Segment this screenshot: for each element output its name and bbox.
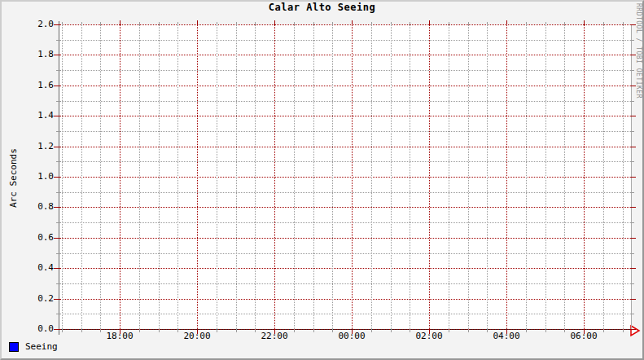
gridline-major-v	[274, 24, 275, 329]
x-minor-tick-top	[236, 22, 237, 24]
x-minor-tick-bottom	[449, 329, 449, 332]
x-minor-tick-top	[391, 22, 392, 24]
x-tick-label: 02:00	[409, 331, 449, 341]
x-minor-tick-bottom	[139, 329, 140, 332]
y-minor-tick-left	[56, 40, 59, 41]
x-minor-tick-bottom	[564, 329, 565, 332]
gridline-minor-v	[603, 24, 604, 329]
x-major-tick-top	[506, 20, 507, 24]
y-major-tick-right	[631, 238, 636, 239]
y-minor-tick-right	[631, 222, 634, 223]
x-minor-tick-top	[217, 22, 217, 24]
gridline-major-v	[197, 24, 198, 329]
x-minor-tick-bottom	[545, 329, 546, 332]
x-minor-tick-bottom	[62, 329, 63, 332]
y-major-tick-left	[54, 207, 59, 208]
y-major-tick-left	[54, 24, 59, 25]
x-minor-tick-top	[603, 22, 604, 24]
y-major-tick-right	[631, 299, 636, 300]
y-minor-tick-left	[56, 131, 59, 132]
y-major-tick-left	[54, 147, 59, 147]
y-minor-tick-right	[631, 283, 634, 284]
gridline-minor-v	[487, 24, 488, 329]
gridline-minor-v	[410, 24, 410, 329]
gridline-major-v	[584, 24, 585, 329]
x-minor-tick-bottom	[177, 329, 178, 332]
gridline-minor-v	[564, 24, 565, 329]
x-minor-tick-bottom	[236, 329, 237, 332]
x-major-tick-top	[120, 20, 120, 24]
y-major-tick-left	[54, 268, 59, 269]
x-minor-tick-top	[468, 22, 469, 24]
y-tick-label: 0.0	[16, 324, 54, 334]
legend-swatch-seeing-icon	[9, 342, 19, 352]
x-minor-tick-bottom	[332, 329, 333, 332]
gridline-minor-v	[332, 24, 333, 329]
x-axis-arrow-icon	[630, 324, 642, 337]
gridline-minor-v	[313, 24, 314, 329]
x-minor-tick-bottom	[391, 329, 392, 332]
x-minor-tick-top	[294, 22, 295, 24]
x-tick-label: 04:00	[486, 331, 527, 341]
x-minor-tick-top	[545, 22, 546, 24]
y-tick-label: 1.8	[16, 50, 54, 59]
gridline-minor-v	[623, 24, 624, 329]
rrdtool-watermark: RRDTOOL / TOBI OETIKER	[635, 3, 642, 99]
x-minor-tick-bottom	[313, 329, 314, 332]
x-minor-tick-top	[332, 22, 333, 24]
gridline-minor-v	[449, 24, 449, 329]
y-minor-tick-right	[631, 131, 634, 132]
y-major-tick-right	[631, 207, 636, 208]
y-major-tick-left	[54, 238, 59, 239]
y-tick-label: 0.6	[16, 233, 54, 243]
y-major-tick-left	[54, 116, 59, 116]
y-minor-tick-right	[631, 314, 634, 314]
y-tick-label: 0.4	[16, 263, 54, 273]
y-major-tick-left	[54, 86, 59, 86]
y-major-tick-right	[631, 147, 636, 147]
gridline-major-v	[429, 24, 430, 329]
x-tick-label: 00:00	[331, 331, 372, 341]
x-tick-label: 06:00	[563, 331, 604, 341]
x-minor-tick-top	[526, 22, 527, 24]
y-tick-label: 1.2	[16, 142, 54, 151]
gridline-minor-v	[177, 24, 178, 329]
y-minor-tick-right	[631, 161, 634, 162]
y-major-tick-left	[54, 329, 59, 330]
x-minor-tick-bottom	[255, 329, 256, 332]
gridline-minor-v	[371, 24, 372, 329]
x-minor-tick-bottom	[81, 329, 82, 332]
y-tick-label: 1.4	[16, 111, 54, 121]
y-minor-tick-left	[56, 222, 59, 223]
y-minor-tick-left	[56, 314, 59, 314]
x-minor-tick-bottom	[623, 329, 624, 332]
y-major-tick-right	[631, 116, 636, 116]
gridline-minor-v	[526, 24, 527, 329]
x-minor-tick-top	[100, 22, 101, 24]
y-minor-tick-right	[631, 101, 634, 102]
chart-title: Calar Alto Seeing	[2, 2, 642, 13]
y-major-tick-left	[54, 177, 59, 178]
x-tick-label: 20:00	[177, 331, 217, 341]
x-major-tick-top	[274, 20, 275, 24]
x-minor-tick-top	[564, 22, 565, 24]
x-minor-tick-bottom	[526, 329, 527, 332]
y-minor-tick-right	[631, 253, 634, 254]
rrdtool-graph: Calar Alto Seeing Arc Seconds RRDTOOL / …	[0, 0, 644, 360]
x-major-tick-top	[584, 20, 585, 24]
x-minor-tick-top	[62, 22, 63, 24]
gridline-minor-v	[294, 24, 295, 329]
x-minor-tick-bottom	[410, 329, 410, 332]
x-minor-tick-top	[410, 22, 410, 24]
gridline-minor-v	[62, 24, 63, 329]
y-major-tick-left	[54, 299, 59, 300]
y-axis-line	[59, 21, 59, 335]
x-minor-tick-bottom	[487, 329, 488, 332]
x-minor-tick-top	[487, 22, 488, 24]
x-minor-tick-top	[81, 22, 82, 24]
y-major-tick-right	[631, 86, 636, 86]
x-minor-tick-bottom	[159, 329, 160, 332]
x-major-tick-top	[429, 20, 430, 24]
y-minor-tick-right	[631, 70, 634, 71]
x-minor-tick-bottom	[371, 329, 372, 332]
